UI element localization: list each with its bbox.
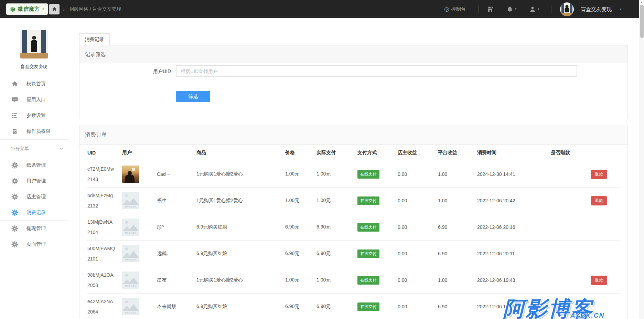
avatar-curtain	[561, 2, 564, 13]
comment-icon	[11, 96, 18, 103]
orders-panel-title: 消费订单	[79, 125, 627, 145]
placeholder-sun	[125, 274, 128, 277]
app-logo[interactable]: 微信魔方 ®	[6, 3, 48, 15]
placeholder-caption: 图片无法显示	[124, 258, 138, 261]
placeholder-mountain	[128, 198, 139, 205]
sidebar-section-business-menu[interactable]: 业务菜单	[0, 139, 68, 157]
order-platform-income: 1.00	[438, 277, 477, 283]
sidebar-item-shop-owner-management[interactable]: 店主管理	[0, 189, 68, 205]
gear-icon	[11, 209, 18, 216]
broken-image-placeholder-icon: 图片无法显示	[122, 219, 139, 236]
sidebar-item-operator-permissions[interactable]: 操作员权限	[0, 124, 68, 139]
account-caret-icon[interactable]: ▾	[620, 0, 622, 18]
refund-button[interactable]: 退款	[591, 196, 607, 205]
placeholder-mountain	[128, 225, 139, 231]
sidebar-item-label: 页面管理	[26, 241, 46, 247]
account-avatar[interactable]	[560, 2, 574, 16]
sidebar-item-label: 参数设置	[26, 113, 46, 119]
home-icon	[52, 7, 57, 12]
scrollbar-thumb[interactable]	[640, 5, 644, 38]
avatar-figure-body	[565, 8, 569, 12]
order-platform-income: 1.00	[438, 171, 477, 177]
scrollbar-up-arrow[interactable]: ▲	[639, 1, 644, 4]
user-icon[interactable]	[529, 6, 536, 13]
orders-table-body: e72MjE0Mw 2143 图片无法显示 Cad ~ 1元购买1爱心赠2爱心	[79, 161, 627, 319]
breadcrumb[interactable]: 创颜网络 / 盲盒交友变现	[69, 0, 121, 18]
gear-icon	[11, 178, 18, 184]
order-uid-number: 2058	[87, 280, 122, 290]
sidebar-item-page-management[interactable]: 页面管理	[0, 236, 68, 252]
sidebar-item-withdrawal-management[interactable]: 提现管理	[0, 221, 68, 236]
order-owner-income: 0.00	[398, 198, 438, 203]
placeholder-caption: 图片无法显示	[124, 205, 138, 208]
table-row: bd8MjEzMg 2132 图片无法显示 福生 1元购买1爱心赠2爱心 1.	[87, 188, 620, 214]
order-price: 6.90元	[285, 251, 316, 257]
gear-icon	[11, 162, 18, 169]
table-row: 98bMjA1OA 2058 图片无法显示 星布 1元购买1爱心赠2爱心 1.	[87, 267, 620, 294]
order-uid: e42MjA2NA 2064	[87, 296, 122, 317]
sidebar-item-user-management[interactable]: 用户管理	[0, 173, 68, 189]
col-actual-paid: 实际支付	[316, 150, 357, 156]
sidebar-item-notes-management[interactable]: 纸条管理	[0, 157, 68, 173]
order-owner-income: 0.00	[398, 171, 438, 177]
refund-button[interactable]: 退款	[591, 170, 607, 179]
filter-panel: 记录筛选 用户UID 筛选	[79, 45, 628, 119]
photo-curtain	[22, 30, 27, 53]
photo-curtain	[41, 30, 46, 53]
user-avatar: 图片无法显示	[122, 245, 139, 262]
sidebar-item-label: 应用入口	[26, 97, 46, 103]
photo-figure-body	[31, 40, 37, 52]
sidebar-item-label: 提现管理	[26, 225, 46, 232]
console-link[interactable]: ◎ 控制台	[444, 0, 466, 18]
console-icon: ◎	[444, 6, 449, 13]
tab-consumption-records[interactable]: 消费记录	[79, 33, 110, 45]
order-product: 1元购买1爱心赠2爱心	[196, 171, 285, 177]
order-price: 1.00元	[285, 171, 316, 177]
home-button[interactable]	[49, 4, 60, 14]
order-price: 1.00元	[285, 198, 316, 204]
pay-method-badge: 在线支付	[357, 170, 379, 179]
module-profile-photo	[20, 30, 48, 59]
order-username: 远鹤.	[157, 251, 168, 257]
sidebar-item-consumption-records[interactable]: 消费记录	[0, 205, 68, 221]
store-icon[interactable]	[487, 6, 494, 13]
bell-icon[interactable]	[506, 6, 513, 13]
photo-figure-head	[32, 36, 36, 40]
refund-button[interactable]: 退款	[591, 276, 607, 285]
order-uid-number: 2104	[87, 227, 122, 237]
module-name: 盲盒交友变现	[0, 64, 68, 70]
sidebar-item-parameter-settings[interactable]: 参数设置	[0, 108, 68, 124]
order-product: 6.9元购买红娘	[196, 251, 285, 257]
user-caret-icon[interactable]: ▾	[538, 0, 539, 18]
user-avatar: 图片无法显示	[122, 298, 139, 315]
page-scrollbar[interactable]: ▲	[639, 0, 644, 319]
order-time: 2024-12-30 14:41	[477, 171, 551, 177]
order-actual-paid: 6.90元	[316, 304, 357, 310]
filter-panel-title: 记录筛选	[79, 45, 627, 63]
order-time: 2022-12-06 19:43	[477, 277, 551, 283]
home-icon	[11, 81, 18, 87]
account-name[interactable]: 盲盒交友变现	[581, 0, 612, 18]
sidebar-item-module-home[interactable]: 模块首页	[0, 76, 68, 92]
bell-caret-icon[interactable]: ▾	[515, 0, 517, 18]
order-uid-number: 2143	[87, 174, 122, 184]
pay-method-badge: 在线支付	[357, 196, 379, 205]
filter-button[interactable]: 筛选	[176, 91, 210, 102]
order-time: 2022-12-06 20:11	[477, 251, 551, 256]
broken-image-placeholder-icon: 图片无法显示	[122, 192, 139, 209]
gear-icon	[11, 241, 18, 248]
order-price: 6.90元	[285, 304, 316, 310]
col-uid: UID	[87, 150, 122, 156]
placeholder-sun	[125, 221, 128, 224]
sidebar: 盲盒交友变现 模块首页 应用入口 参数设置 操作员权限 业务菜单	[0, 18, 68, 319]
order-uid-code: 98bMjA1OA	[87, 270, 122, 280]
order-uid-code: e72MjE0Mw	[87, 164, 122, 174]
pay-method-badge: 在线支付	[357, 249, 379, 258]
order-user: 图片无法显示 福生	[122, 192, 196, 209]
order-platform-income: 6.90	[438, 224, 477, 230]
sidebar-item-app-entry[interactable]: 应用入口	[0, 92, 68, 108]
uid-input[interactable]	[176, 65, 577, 77]
order-username: 本来就烦	[157, 304, 176, 310]
order-uid-code: e42MjA2NA	[87, 296, 122, 307]
col-pay-method: 支付方式	[357, 150, 398, 156]
